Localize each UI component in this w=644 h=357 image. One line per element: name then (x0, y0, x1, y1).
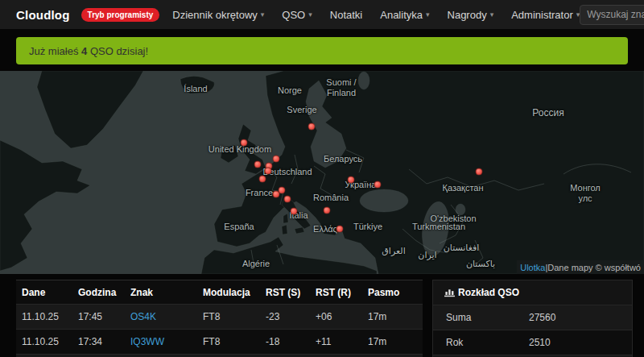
map-attribution: Ulotka | Dane mapy © współtwó (517, 260, 644, 274)
breakdown-label: Suma (433, 312, 529, 323)
chevron-down-icon: ▾ (308, 11, 312, 19)
chevron-down-icon: ▾ (261, 11, 265, 19)
navbar-right: Szukaj SP5SMY ▾ (580, 4, 644, 25)
breakdown-label: Rok (433, 337, 529, 348)
qso-map-marker[interactable] (336, 226, 344, 233)
col-header-callsign: Znak (130, 287, 203, 298)
col-header-date: Dane (22, 287, 78, 298)
breakdown-value: 27560 (529, 312, 555, 323)
alert-text-before: Już miałeś (29, 45, 81, 57)
cell-mode: FT8 (203, 336, 266, 347)
nav-item[interactable]: Administrator ▾ (511, 9, 580, 21)
col-header-mode: Modulacja (203, 287, 266, 298)
qso-map-marker[interactable] (284, 196, 291, 203)
navbar: Cloudlog Tryb programisty Dziennik okręt… (0, 0, 644, 29)
nav-item[interactable]: Analityka ▾ (380, 9, 429, 21)
qso-breakdown-panel: Rozkład QSO Suma 27560 Rok 2510 (432, 280, 633, 357)
cell-rst-r: +11 (316, 336, 368, 347)
nav-item-label: Nagrody (448, 9, 487, 21)
callsign-link[interactable]: OS4K (130, 311, 156, 322)
cell-mode: FT8 (203, 311, 266, 322)
attribution-text: Dane mapy © współtwó (547, 263, 641, 272)
chevron-down-icon: ▾ (426, 11, 430, 19)
brand-logo[interactable]: Cloudlog (16, 8, 70, 22)
bar-chart-icon (444, 288, 455, 297)
dev-mode-badge: Tryb programisty (81, 8, 160, 22)
qso-map-marker[interactable] (241, 139, 248, 147)
cell-rst-s: -18 (266, 336, 316, 347)
nav-item-label: Administrator (511, 9, 573, 21)
table-row: 11.10.25 17:45 OS4K FT8 -23 +06 17m (16, 305, 423, 330)
breakdown-header: Rozkład QSO (433, 280, 632, 305)
nav-item[interactable]: Nagrody ▾ (448, 9, 494, 21)
table-row: 11.10.25 17:34 IQ3WW FT8 -18 +11 17m (16, 330, 423, 355)
qso-map-marker[interactable] (254, 161, 262, 168)
nav-item[interactable]: QSO ▾ (282, 9, 312, 21)
nav-item-label: Dziennik okrętowy (172, 9, 258, 21)
qso-map-marker[interactable] (348, 176, 355, 184)
qso-map-marker[interactable] (308, 123, 316, 131)
nav-item-label: Analityka (380, 9, 423, 21)
nav-item-label: QSO (282, 9, 305, 21)
nav-item-label: Notatki (330, 9, 362, 21)
qso-map-marker[interactable] (273, 156, 280, 163)
search-input[interactable] (580, 5, 644, 25)
qso-map-marker[interactable] (259, 176, 266, 183)
cell-band: 17m (368, 311, 423, 322)
qso-map-marker[interactable] (324, 207, 331, 214)
nav-item[interactable]: Dziennik okrętowy ▾ (172, 9, 264, 21)
qso-map-marker[interactable] (265, 168, 272, 175)
table-header-row: Dane Godzina Znak Modulacja RST (S) RST … (16, 280, 423, 305)
cell-time: 17:34 (78, 336, 130, 347)
col-header-band: Pasmo (368, 287, 423, 298)
map-markers-layer (0, 71, 644, 274)
cell-band: 17m (368, 336, 423, 347)
qso-map-marker[interactable] (273, 191, 280, 198)
breakdown-row: Suma 27560 (433, 305, 632, 330)
nav-links: Dziennik okrętowy ▾ QSO ▾ Notatki ▾ Anal… (172, 9, 580, 21)
qso-map-marker[interactable] (476, 168, 483, 176)
col-header-time: Godzina (78, 287, 130, 298)
callsign-link[interactable]: IQ3WW (130, 336, 164, 347)
cell-time: 17:45 (78, 311, 130, 322)
recent-qso-table: Dane Godzina Znak Modulacja RST (S) RST … (16, 280, 423, 357)
col-header-rst-s: RST (S) (266, 287, 316, 298)
breakdown-row: Rok 2510 (433, 330, 632, 355)
cell-date: 11.10.25 (22, 311, 78, 322)
alert-text-after: QSO dzisiaj! (87, 45, 148, 57)
breakdown-value: 2510 (529, 337, 551, 348)
leaflet-link[interactable]: Ulotka (520, 263, 545, 272)
cell-rst-s: -23 (266, 311, 316, 322)
cell-date: 11.10.25 (22, 336, 78, 347)
map[interactable]: Ísland Norge Suomi / Finland Sverige Uni… (0, 71, 644, 274)
nav-item[interactable]: Notatki ▾ (330, 9, 362, 21)
qso-today-alert: Już miałeś 4 QSO dzisiaj! (16, 37, 628, 64)
qso-map-marker[interactable] (291, 208, 298, 215)
col-header-rst-r: RST (R) (316, 287, 368, 298)
cell-rst-r: +06 (316, 311, 368, 322)
app-window: Cloudlog Tryb programisty Dziennik okręt… (0, 0, 644, 357)
breakdown-title: Rozkład QSO (458, 287, 519, 298)
qso-map-marker[interactable] (374, 181, 382, 189)
chevron-down-icon: ▾ (490, 11, 494, 19)
